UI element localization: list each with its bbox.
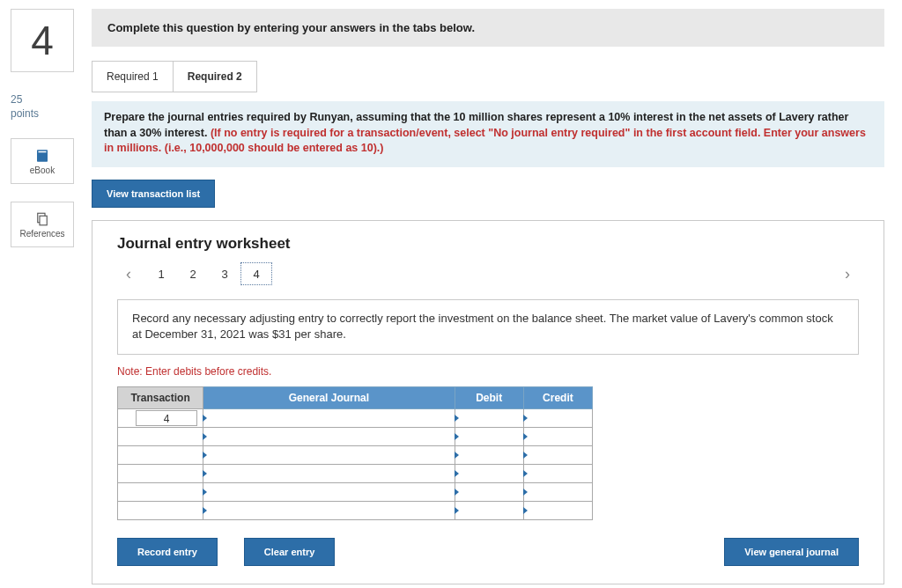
dropdown-marker-icon bbox=[455, 470, 459, 477]
transaction-number: 4 bbox=[136, 410, 197, 426]
account-cell[interactable] bbox=[203, 465, 455, 483]
step-navigation: ‹ 1 2 3 4 › bbox=[117, 261, 859, 287]
credit-cell[interactable] bbox=[523, 465, 592, 483]
points-display: 25 points bbox=[11, 93, 74, 121]
account-cell[interactable] bbox=[203, 428, 455, 446]
credit-cell[interactable] bbox=[523, 446, 592, 465]
col-credit: Credit bbox=[523, 387, 592, 409]
credit-cell[interactable] bbox=[523, 428, 592, 446]
record-entry-button[interactable]: Record entry bbox=[117, 538, 218, 566]
view-transaction-list-button[interactable]: View transaction list bbox=[92, 180, 215, 208]
question-number: 4 bbox=[11, 9, 74, 72]
instruction-box: Prepare the journal entries required by … bbox=[92, 101, 884, 167]
references-button[interactable]: References bbox=[11, 202, 74, 247]
debit-cell[interactable] bbox=[455, 428, 523, 446]
ebook-label: eBook bbox=[30, 165, 55, 175]
requirement-tabs: Required 1 Required 2 bbox=[92, 61, 884, 92]
table-row bbox=[118, 483, 593, 502]
credit-cell[interactable] bbox=[523, 483, 592, 502]
transaction-cell: 4 bbox=[118, 409, 203, 428]
transaction-cell bbox=[118, 465, 203, 483]
col-transaction: Transaction bbox=[118, 387, 203, 409]
debit-cell[interactable] bbox=[455, 483, 523, 502]
transaction-cell bbox=[118, 483, 203, 502]
table-row bbox=[118, 465, 593, 483]
step-1[interactable]: 1 bbox=[145, 262, 177, 285]
dropdown-marker-icon bbox=[523, 452, 528, 459]
tab-required-1[interactable]: Required 1 bbox=[92, 61, 174, 92]
dropdown-marker-icon bbox=[455, 452, 459, 459]
debits-before-credits-note: Note: Enter debits before credits. bbox=[117, 365, 859, 378]
ebook-button[interactable]: eBook bbox=[11, 138, 74, 184]
account-cell[interactable] bbox=[203, 483, 455, 502]
credit-cell[interactable] bbox=[523, 409, 592, 428]
transaction-cell bbox=[118, 502, 203, 520]
dropdown-marker-icon bbox=[203, 433, 207, 440]
instruction-note: (If no entry is required for a transacti… bbox=[104, 127, 866, 155]
dropdown-marker-icon bbox=[203, 507, 207, 514]
question-header: Complete this question by entering your … bbox=[92, 9, 884, 47]
dropdown-marker-icon bbox=[455, 507, 459, 514]
account-cell[interactable] bbox=[203, 446, 455, 465]
table-row bbox=[118, 428, 593, 446]
dropdown-marker-icon bbox=[455, 489, 459, 496]
dropdown-marker-icon bbox=[455, 433, 459, 440]
points-value: 25 bbox=[11, 93, 74, 107]
journal-entry-table: Transaction General Journal Debit Credit… bbox=[117, 386, 593, 520]
table-row bbox=[118, 502, 593, 520]
transaction-cell bbox=[118, 446, 203, 465]
journal-worksheet: Journal entry worksheet ‹ 1 2 3 4 › Reco… bbox=[92, 220, 884, 585]
svg-rect-3 bbox=[40, 216, 47, 225]
debit-cell[interactable] bbox=[455, 446, 523, 465]
references-label: References bbox=[19, 229, 64, 239]
clear-entry-button[interactable]: Clear entry bbox=[244, 538, 335, 566]
dropdown-marker-icon bbox=[203, 470, 207, 477]
table-row bbox=[118, 446, 593, 465]
credit-cell[interactable] bbox=[523, 502, 592, 520]
chevron-left-icon[interactable]: ‹ bbox=[117, 261, 140, 287]
dropdown-marker-icon bbox=[203, 415, 207, 422]
svg-rect-1 bbox=[39, 151, 47, 152]
points-label: points bbox=[11, 107, 74, 121]
transaction-cell bbox=[118, 428, 203, 446]
step-2[interactable]: 2 bbox=[177, 262, 209, 285]
col-debit: Debit bbox=[455, 387, 523, 409]
account-cell[interactable] bbox=[203, 409, 455, 428]
dropdown-marker-icon bbox=[523, 415, 528, 422]
col-general-journal: General Journal bbox=[203, 387, 455, 409]
step-3[interactable]: 3 bbox=[209, 262, 240, 285]
copy-icon bbox=[34, 211, 50, 227]
dropdown-marker-icon bbox=[455, 415, 459, 422]
debit-cell[interactable] bbox=[455, 502, 523, 520]
dropdown-marker-icon bbox=[523, 433, 528, 440]
dropdown-marker-icon bbox=[203, 489, 207, 496]
transaction-prompt: Record any necessary adjusting entry to … bbox=[117, 299, 859, 356]
dropdown-marker-icon bbox=[523, 507, 528, 514]
dropdown-marker-icon bbox=[523, 489, 528, 496]
account-cell[interactable] bbox=[203, 502, 455, 520]
table-row: 4 bbox=[118, 409, 593, 428]
view-general-journal-button[interactable]: View general journal bbox=[724, 538, 859, 566]
chevron-right-icon[interactable]: › bbox=[836, 261, 859, 287]
worksheet-title: Journal entry worksheet bbox=[117, 235, 859, 253]
step-4[interactable]: 4 bbox=[240, 262, 272, 285]
debit-cell[interactable] bbox=[455, 409, 523, 428]
book-icon bbox=[34, 148, 50, 164]
tab-required-2[interactable]: Required 2 bbox=[174, 61, 257, 92]
dropdown-marker-icon bbox=[203, 452, 207, 459]
debit-cell[interactable] bbox=[455, 465, 523, 483]
dropdown-marker-icon bbox=[523, 470, 528, 477]
